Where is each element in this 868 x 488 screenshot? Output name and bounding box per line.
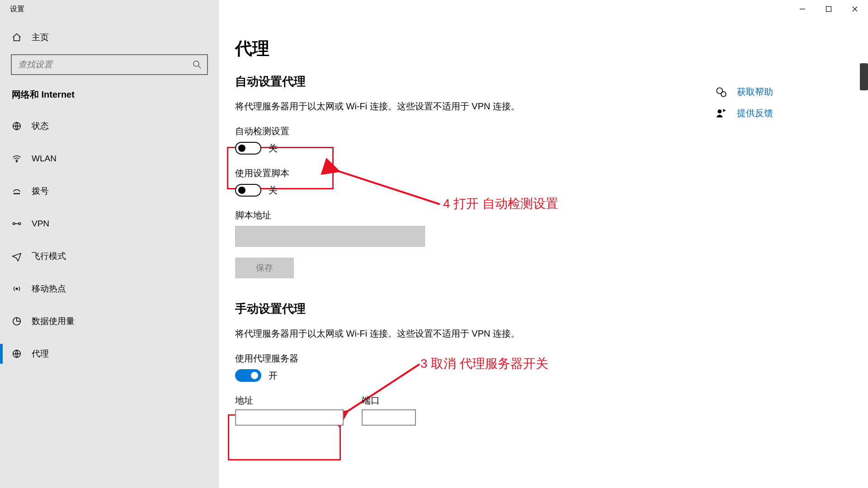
manual-proxy-heading: 手动设置代理 (235, 301, 868, 317)
sidebar-item-wlan[interactable]: WLAN (0, 142, 219, 175)
auto-detect-state: 关 (269, 142, 278, 155)
sidebar-item-proxy[interactable]: 代理 (0, 338, 219, 370)
search-input[interactable] (11, 54, 208, 75)
auto-detect-label: 自动检测设置 (235, 125, 868, 137)
svg-point-12 (13, 223, 15, 225)
home-link[interactable]: 主页 (0, 18, 219, 54)
sidebar-item-label: 拨号 (32, 185, 49, 197)
use-proxy-toggle-row: 开 (235, 369, 868, 382)
address-input[interactable] (235, 409, 344, 426)
titlebar: 设置 (0, 0, 868, 18)
sidebar-item-label: 状态 (32, 120, 49, 132)
script-address-label: 脚本地址 (235, 209, 868, 221)
page-title: 代理 (235, 37, 868, 60)
hotspot-icon (12, 284, 22, 294)
use-script-label: 使用设置脚本 (235, 167, 868, 179)
svg-point-10 (17, 193, 18, 194)
scrollbar-thumb[interactable] (860, 63, 868, 90)
home-label: 主页 (32, 32, 49, 43)
maximize-button[interactable] (816, 0, 842, 18)
address-label: 地址 (235, 394, 344, 407)
dialup-icon (12, 186, 22, 196)
auto-detect-toggle[interactable] (235, 142, 261, 155)
wifi-icon (12, 154, 22, 164)
svg-line-5 (198, 66, 201, 68)
svg-point-18 (721, 91, 726, 96)
svg-point-4 (193, 61, 199, 66)
toggle-knob (251, 372, 258, 379)
help-icon (715, 86, 727, 98)
use-script-toggle-row: 关 (235, 184, 868, 197)
search-icon (193, 60, 202, 69)
sidebar-item-label: 飞行模式 (32, 250, 66, 262)
manual-proxy-desc: 将代理服务器用于以太网或 Wi-Fi 连接。这些设置不适用于 VPN 连接。 (235, 327, 538, 341)
toggle-knob (238, 187, 245, 194)
give-feedback-link[interactable]: 提供反馈 (737, 107, 773, 119)
category-title: 网络和 Internet (0, 89, 219, 110)
sidebar-item-label: 数据使用量 (32, 315, 75, 327)
sidebar: 主页 网络和 Internet 状态 WLAN (0, 18, 219, 488)
toggle-knob (238, 145, 245, 152)
svg-rect-1 (826, 7, 831, 12)
minimize-button[interactable] (789, 0, 816, 18)
main-content: 代理 自动设置代理 将代理服务器用于以太网或 Wi-Fi 连接。这些设置不适用于… (219, 18, 868, 488)
search-wrap (11, 54, 208, 75)
svg-point-11 (19, 193, 20, 194)
sidebar-item-label: VPN (32, 219, 49, 229)
status-icon (12, 121, 22, 131)
use-script-state: 关 (269, 184, 278, 197)
sidebar-item-data-usage[interactable]: 数据使用量 (0, 305, 219, 338)
svg-point-7 (16, 161, 17, 162)
save-button: 保存 (235, 258, 294, 278)
sidebar-item-label: 移动热点 (32, 283, 66, 295)
feedback-link-row: 提供反馈 (715, 107, 773, 119)
use-proxy-toggle[interactable] (235, 369, 261, 382)
auto-proxy-heading: 自动设置代理 (235, 74, 868, 89)
auto-proxy-desc: 将代理服务器用于以太网或 Wi-Fi 连接。这些设置不适用于 VPN 连接。 (235, 99, 538, 113)
sidebar-item-vpn[interactable]: VPN (0, 207, 219, 240)
sidebar-item-hotspot[interactable]: 移动热点 (0, 272, 219, 305)
close-button[interactable] (842, 0, 868, 18)
window-buttons (789, 0, 868, 18)
sidebar-item-status[interactable]: 状态 (0, 110, 219, 142)
right-links: 获取帮助 提供反馈 (715, 86, 773, 119)
window-title: 设置 (0, 0, 24, 14)
body: 主页 网络和 Internet 状态 WLAN (0, 18, 868, 488)
get-help-link[interactable]: 获取帮助 (737, 86, 773, 98)
feedback-icon (715, 108, 727, 119)
data-usage-icon (12, 316, 22, 326)
svg-point-9 (15, 193, 16, 194)
port-input[interactable] (362, 409, 416, 426)
proxy-icon (12, 349, 22, 359)
airplane-icon (12, 251, 22, 261)
port-label: 端口 (362, 394, 416, 407)
proxy-fields: 地址 端口 (235, 394, 868, 426)
svg-point-14 (16, 288, 18, 290)
nav-list: 状态 WLAN 拨号 VPN 飞行模式 (0, 110, 219, 370)
sidebar-item-airplane[interactable]: 飞行模式 (0, 240, 219, 272)
sidebar-item-label: 代理 (32, 348, 49, 360)
home-icon (12, 33, 22, 42)
sidebar-item-label: WLAN (32, 154, 57, 164)
use-proxy-label: 使用代理服务器 (235, 352, 868, 365)
svg-point-8 (14, 193, 15, 194)
sidebar-item-dialup[interactable]: 拨号 (0, 175, 219, 207)
script-address-input (235, 226, 425, 247)
auto-detect-toggle-row: 关 (235, 142, 868, 155)
vpn-icon (12, 219, 22, 229)
use-script-toggle[interactable] (235, 184, 261, 197)
help-link-row: 获取帮助 (715, 86, 773, 98)
settings-window: 设置 主页 (0, 0, 868, 488)
svg-point-19 (717, 109, 722, 113)
svg-point-13 (19, 223, 21, 225)
use-proxy-state: 开 (269, 370, 278, 382)
